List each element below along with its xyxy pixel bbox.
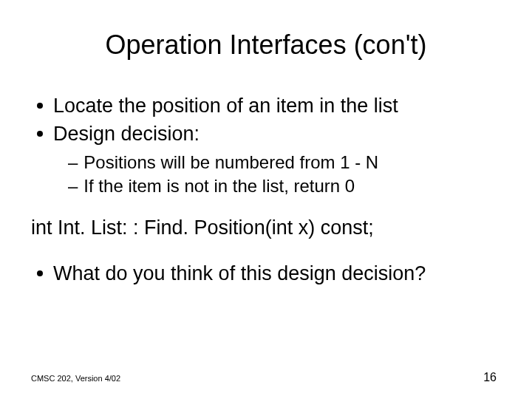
- page-number: 16: [483, 371, 497, 384]
- bullet-text: Locate the position of an item in the li…: [53, 94, 502, 119]
- bullet-list: Locate the position of an item in the li…: [37, 94, 502, 197]
- slide: Operation Interfaces (con't) Locate the …: [0, 0, 532, 399]
- sub-item: – If the item is not in the list, return…: [68, 175, 502, 197]
- bullet-text: What do you think of this design decisio…: [53, 262, 502, 287]
- bullet-icon: [37, 270, 43, 276]
- bullet-item: Locate the position of an item in the li…: [37, 94, 502, 119]
- slide-title: Operation Interfaces (con't): [30, 30, 502, 61]
- bullet-list-2: What do you think of this design decisio…: [37, 262, 502, 287]
- bullet-icon: [37, 131, 43, 137]
- dash-icon: –: [68, 151, 78, 174]
- code-line: int Int. List: : Find. Position(int x) c…: [31, 216, 502, 239]
- sub-text: If the item is not in the list, return 0: [83, 175, 355, 197]
- sub-item: – Positions will be numbered from 1 - N: [68, 151, 502, 174]
- bullet-icon: [37, 103, 43, 109]
- bullet-text: Design decision:: [53, 122, 502, 147]
- dash-icon: –: [68, 175, 78, 197]
- footer-left: CMSC 202, Version 4/02: [31, 374, 120, 383]
- sub-list: – Positions will be numbered from 1 - N …: [68, 151, 502, 197]
- bullet-item: Design decision:: [37, 122, 502, 147]
- sub-text: Positions will be numbered from 1 - N: [83, 151, 378, 174]
- bullet-item: What do you think of this design decisio…: [37, 262, 502, 287]
